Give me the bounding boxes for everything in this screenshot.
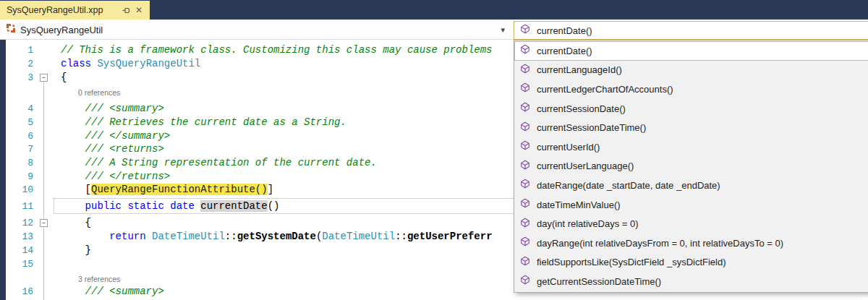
codelens-references-link[interactable]: 3 references — [78, 273, 120, 285]
line-number: 7 — [6, 142, 33, 156]
popup-item[interactable]: currentLanguageId() — [514, 61, 868, 80]
codelens-references-link[interactable]: 0 references — [78, 87, 120, 98]
method-cube-icon — [520, 179, 530, 192]
popup-item-label: dateTimeMinValue() — [537, 200, 621, 210]
member-dropdown-list: currentDate()currentLanguageId()currentL… — [514, 40, 868, 293]
pin-icon[interactable] — [119, 4, 132, 17]
method-cube-icon — [520, 44, 530, 57]
member-selector-value: currentDate() — [537, 25, 592, 36]
popup-item-label: dayRange(int relativeDaysFrom = 0, int r… — [537, 238, 783, 249]
line-number: 1 — [6, 43, 33, 57]
popup-item[interactable]: dayRange(int relativeDaysFrom = 0, int r… — [514, 233, 868, 253]
method-cube-icon — [520, 256, 530, 269]
line-number: 14 — [6, 244, 33, 257]
line-number: 3 — [6, 71, 33, 85]
member-selector-dropdown[interactable]: currentDate() — [514, 21, 868, 40]
chevron-down-icon[interactable]: ▾ — [501, 25, 505, 35]
line-number: 13 — [6, 230, 33, 244]
popup-item[interactable]: dateRange(date _startDate, date _endDate… — [514, 176, 868, 195]
line-number: 4 — [6, 102, 33, 116]
code-text: /// </returns> — [61, 170, 170, 184]
code-text: class SysQueryRangeUtil — [61, 57, 200, 71]
popup-item[interactable]: currentSessionDate() — [514, 99, 868, 119]
popup-item-label: currentUserLanguage() — [537, 160, 634, 171]
method-cube-icon — [520, 140, 530, 153]
popup-item[interactable]: day(int relativeDays = 0) — [514, 214, 868, 233]
popup-item-label: currentLedgerChartOfAccounts() — [537, 84, 673, 95]
method-cube-icon — [520, 64, 530, 77]
line-number: 16 — [6, 285, 33, 299]
code-text: /// A String representation of the curre… — [61, 156, 377, 170]
popup-item-label: getCurrentSessionDateTime() — [537, 276, 661, 287]
code-text: [QueryRangeFunctionAttribute()] — [61, 183, 273, 197]
code-text: // This is a framework class. Customizin… — [61, 43, 493, 57]
popup-item[interactable]: currentUserLanguage() — [514, 157, 868, 176]
code-text: /// <summary> — [61, 102, 164, 116]
code-text: return DateTimeUtil::getSystemDate(DateT… — [61, 230, 493, 244]
popup-item[interactable]: dateTimeMinValue() — [514, 195, 868, 215]
code-text: public static date currentDate() — [61, 200, 279, 213]
line-number: 6 — [6, 129, 33, 143]
popup-item-label: currentLanguageId() — [537, 64, 622, 75]
code-text: } — [61, 244, 91, 257]
popup-item[interactable]: currentUserId() — [514, 137, 868, 157]
line-number: 12 — [6, 216, 33, 230]
method-cube-icon — [520, 198, 530, 211]
line-number: 2 — [6, 57, 33, 71]
popup-item-label: day(int relativeDays = 0) — [537, 218, 639, 229]
method-cube-icon — [520, 82, 530, 95]
code-text: /// <returns> — [61, 142, 164, 156]
line-number: 11 — [6, 200, 33, 213]
popup-item[interactable]: currentSessionDateTime() — [514, 118, 868, 137]
line-number: 10 — [6, 183, 33, 197]
code-text: /// </summary> — [61, 129, 170, 143]
document-tab-strip: SysQueryRangeUtil.xpp ✕ — [0, 0, 868, 20]
method-cube-icon — [520, 236, 530, 249]
code-text: { — [61, 71, 67, 85]
popup-item-label: currentUserId() — [537, 142, 600, 153]
tab-title: SysQueryRangeUtil.xpp — [7, 5, 119, 15]
popup-item-label: fieldSupportsLike(SysDictField _sysDictF… — [537, 257, 726, 267]
method-cube-icon — [520, 160, 530, 173]
popup-item-selected[interactable]: currentDate() — [514, 41, 868, 61]
code-text: { — [61, 216, 91, 230]
code-text: /// <summary> — [61, 285, 164, 299]
popup-item[interactable]: currentLedgerChartOfAccounts() — [514, 80, 868, 99]
popup-item-label: currentDate() — [537, 46, 592, 56]
fold-toggle[interactable]: − — [40, 219, 48, 227]
method-cube-icon — [520, 102, 530, 115]
popup-item[interactable]: fieldSupportsLike(SysDictField _sysDictF… — [514, 253, 868, 273]
class-selector-dropdown[interactable]: SysQueryRangeUtil ▾ — [1, 20, 512, 39]
line-number: 9 — [6, 170, 33, 184]
method-cube-icon — [520, 121, 530, 134]
popup-item-label: dateRange(date _startDate, date _endDate… — [537, 180, 720, 191]
close-icon[interactable]: ✕ — [132, 4, 145, 17]
popup-item-label: currentSessionDate() — [537, 103, 626, 114]
xpp-class-icon — [5, 22, 17, 37]
popup-item-label: currentSessionDateTime() — [537, 122, 646, 133]
method-cube-icon — [520, 24, 530, 37]
code-text: /// Retrieves the current date as a Stri… — [61, 116, 346, 129]
line-number: 5 — [6, 116, 33, 129]
line-number: 15 — [6, 257, 33, 271]
method-cube-icon — [520, 218, 530, 231]
vs-editor-window: SysQueryRangeUtil.xpp ✕ SysQueryRangeUti… — [0, 0, 868, 300]
method-cube-icon — [520, 275, 530, 288]
tab-sysqueryrangeutil[interactable]: SysQueryRangeUtil.xpp ✕ — [0, 1, 150, 20]
line-number: 8 — [6, 156, 33, 170]
class-selector-value: SysQueryRangeUtil — [20, 25, 501, 35]
popup-item[interactable]: getCurrentSessionDateTime() — [514, 272, 868, 291]
fold-toggle[interactable]: − — [40, 74, 48, 82]
